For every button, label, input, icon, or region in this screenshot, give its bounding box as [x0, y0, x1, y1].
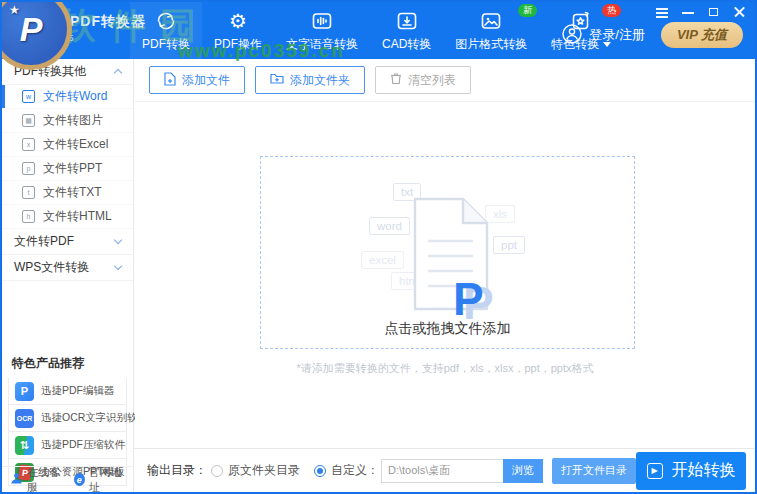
output-path-group: 浏览: [381, 459, 543, 483]
gear-icon: ⚙: [225, 9, 251, 33]
window-controls: [655, 6, 747, 18]
online-support-link[interactable]: 在线客服: [10, 465, 61, 494]
output-dir-label: 输出目录：: [147, 462, 207, 479]
promo-title: 特色产品推荐: [2, 347, 133, 378]
nav-cad-convert[interactable]: CAD转换: [370, 2, 443, 59]
sidebar-item-file-to-word[interactable]: w 文件转Word: [2, 85, 133, 109]
nav-label: PDF操作: [214, 36, 262, 53]
nav-label: CAD转换: [382, 36, 431, 53]
sidebar-item-file-to-ppt[interactable]: p 文件转PPT: [2, 157, 133, 181]
ocr-icon: OCR: [15, 409, 34, 428]
add-file-button[interactable]: 添加文件: [149, 66, 245, 94]
open-file-directory-button[interactable]: 打开文件目录: [552, 458, 636, 484]
format-hint: *请添加需要转换的文件，支持pdf，xls，xlsx，ppt，pptx格式: [135, 361, 755, 376]
promo-ocr-software[interactable]: OCR 迅捷OCR文字识别软件: [8, 405, 127, 432]
login-label: 登录/注册: [589, 26, 645, 44]
image-icon: [478, 9, 504, 33]
dropzone-text: 点击或拖拽文件添加: [261, 320, 634, 338]
file-toolbar: 添加文件 添加文件夹 清空列表: [135, 59, 755, 102]
radio-original-label[interactable]: 原文件夹目录: [228, 462, 300, 479]
user-icon: [561, 23, 583, 48]
radio-custom[interactable]: [314, 465, 326, 477]
clear-list-button[interactable]: 清空列表: [375, 66, 471, 94]
browse-button[interactable]: 浏览: [503, 459, 543, 483]
nav-pdf-operate[interactable]: ⚙ PDF操作: [202, 2, 274, 59]
document-illustration: P P: [401, 193, 501, 325]
nav-pdf-convert[interactable]: PDF转换: [130, 2, 202, 59]
radio-custom-label[interactable]: 自定义：: [331, 462, 379, 479]
sidebar-item-file-to-image[interactable]: ▦ 文件转图片: [2, 109, 133, 133]
chevron-down-icon: [114, 236, 122, 244]
image-doc-icon: ▦: [22, 114, 35, 127]
excel-doc-icon: x: [22, 138, 35, 151]
sidebar-footer: 在线客服 e 官网地址: [2, 466, 133, 492]
play-icon: ▶: [647, 463, 663, 479]
voice-icon: [309, 9, 335, 33]
nav-text-voice-convert[interactable]: 文字语音转换: [274, 2, 370, 59]
sidebar-group-file-to-pdf[interactable]: 文件转PDF: [2, 229, 133, 255]
folder-plus-icon: [270, 72, 284, 88]
menu-icon[interactable]: [655, 6, 669, 18]
login-register-button[interactable]: 登录/注册: [561, 23, 645, 48]
add-folder-button[interactable]: 添加文件夹: [255, 66, 365, 94]
nav-label: 图片格式转换: [455, 36, 527, 53]
promo-pdf-editor[interactable]: P 迅捷PDF编辑器: [8, 378, 127, 405]
trash-icon: [390, 72, 402, 88]
promo-pdf-compress[interactable]: ⇅ 迅捷PDF压缩软件: [8, 432, 127, 459]
nav-label: PDF转换: [142, 36, 190, 53]
nav-image-format-convert[interactable]: 新 图片格式转换: [443, 2, 539, 59]
hot-badge: 热: [602, 4, 621, 17]
file-plus-icon: [164, 72, 176, 89]
main-nav: PDF转换 ⚙ PDF操作 文字语音转换: [130, 2, 623, 59]
header-right: 登录/注册 VIP 充值: [561, 22, 743, 48]
sidebar: PDF转换其他 w 文件转Word ▦ 文件转图片 x 文件转Excel p 文…: [2, 59, 134, 492]
radio-original-folder[interactable]: [211, 465, 223, 477]
official-site-link[interactable]: e 官网地址: [74, 465, 125, 494]
sidebar-item-file-to-excel[interactable]: x 文件转Excel: [2, 133, 133, 157]
maximize-icon[interactable]: [707, 6, 721, 18]
person-icon: [10, 472, 23, 487]
bottom-bar: 输出目录： 原文件夹目录 自定义： 浏览 打开文件目录 ▶ 开始转换: [134, 448, 755, 492]
app-window: 迅捷PDF转换器 V6.5.1.5 PDF转换 ⚙ PDF操作: [0, 0, 757, 494]
start-convert-button[interactable]: ▶ 开始转换: [636, 452, 746, 490]
txt-doc-icon: t: [22, 186, 35, 199]
ppt-doc-icon: p: [22, 162, 35, 175]
word-doc-icon: w: [22, 90, 35, 103]
minimize-icon[interactable]: [681, 6, 695, 18]
nav-label: 文字语音转换: [286, 36, 358, 53]
pdf-compress-icon: ⇅: [15, 436, 34, 455]
sidebar-group-wps-convert[interactable]: WPS文件转换: [2, 255, 133, 281]
excel-tag: excel: [361, 251, 404, 269]
sidebar-item-file-to-html[interactable]: h 文件转HTML: [2, 205, 133, 229]
html-doc-icon: h: [22, 210, 35, 223]
svg-text:P: P: [453, 273, 484, 321]
chevron-down-icon: [114, 262, 122, 270]
header-bar: 迅捷PDF转换器 V6.5.1.5 PDF转换 ⚙ PDF操作: [2, 2, 755, 59]
close-icon[interactable]: [733, 6, 747, 18]
chevron-up-icon: [114, 69, 122, 77]
main-area: 添加文件 添加文件夹 清空列表 txt: [135, 59, 755, 448]
file-dropzone[interactable]: txt word xls excel ppt html P P 点击或拖拽文件添…: [260, 156, 635, 349]
pdf-editor-icon: P: [15, 382, 34, 401]
globe-icon: e: [74, 473, 85, 486]
pdf-convert-icon: [153, 9, 179, 33]
vip-recharge-button[interactable]: VIP 充值: [661, 22, 743, 48]
output-path-input[interactable]: [381, 459, 503, 483]
new-badge: 新: [518, 4, 537, 17]
cad-icon: [394, 9, 420, 33]
sidebar-item-file-to-txt[interactable]: t 文件转TXT: [2, 181, 133, 205]
